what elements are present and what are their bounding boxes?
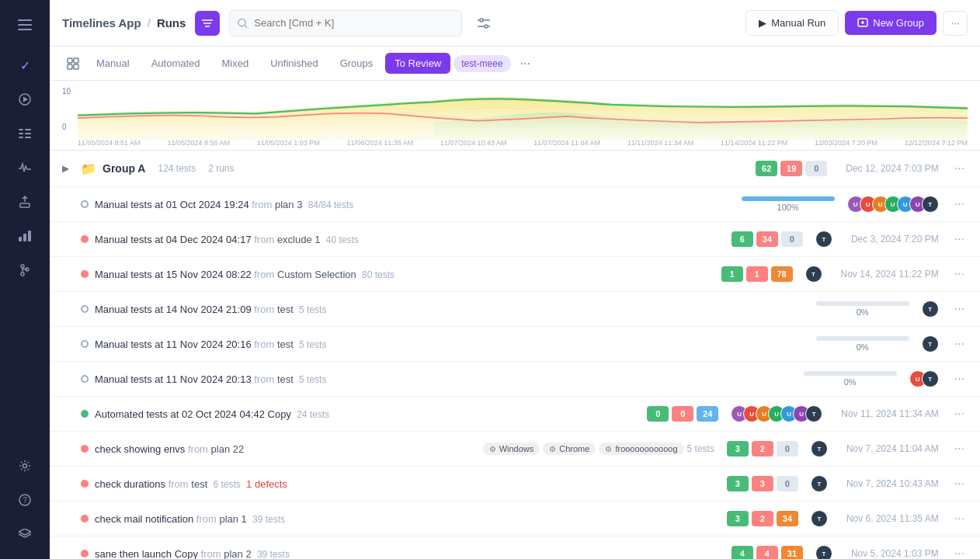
new-group-button[interactable]: New Group — [845, 11, 937, 35]
sidebar-activity-icon[interactable] — [9, 152, 40, 183]
filter-button[interactable] — [195, 11, 220, 36]
group-badges: 62 19 0 — [756, 161, 827, 176]
run-more-button[interactable]: ··· — [951, 194, 968, 214]
run-row[interactable]: Manual tests at 14 Nov 2024 21:09 from t… — [50, 292, 980, 327]
tab-to-review[interactable]: To Review — [385, 53, 450, 74]
expand-button[interactable]: ▶ — [62, 163, 75, 174]
chart-ts-8: 11/14/2024 11:22 PM — [721, 139, 787, 147]
svg-rect-12 — [19, 237, 22, 241]
avatar: T — [922, 335, 939, 352]
sidebar-play-icon[interactable] — [9, 84, 40, 115]
avatar: T — [922, 370, 939, 387]
sidebar-check-icon[interactable]: ✓ — [9, 50, 40, 81]
avatars: T — [805, 266, 822, 283]
header-more-button[interactable]: ··· — [943, 11, 968, 36]
svg-rect-11 — [20, 203, 30, 207]
sidebar-settings-icon[interactable] — [9, 450, 40, 481]
run-row[interactable]: Manual tests at 11 Nov 2024 20:13 from t… — [50, 362, 980, 397]
search-icon — [238, 18, 248, 29]
run-row[interactable]: sane then launch Copy from plan 2 39 tes… — [50, 536, 980, 559]
run-more-button[interactable]: ··· — [951, 509, 968, 529]
sidebar-list-icon[interactable] — [9, 118, 40, 149]
run-more-button[interactable]: ··· — [951, 229, 968, 249]
chart-svg — [78, 87, 968, 141]
svg-rect-2 — [18, 29, 32, 30]
run-row[interactable]: check mail notification from plan 1 39 t… — [50, 502, 980, 536]
status-icon — [81, 480, 89, 488]
sidebar-layers-icon[interactable] — [9, 519, 40, 550]
chart-ts-9: 12/03/2024 7:20 PM — [815, 139, 877, 147]
breadcrumb: Timelines App / Runs — [62, 16, 186, 30]
run-badges: 0 0 24 — [647, 406, 718, 422]
badge-red: 2 — [752, 511, 773, 526]
badge-green: 3 — [727, 476, 749, 491]
run-row[interactable]: Manual tests at 01 Oct 2024 19:24 from p… — [50, 187, 980, 222]
run-more-button[interactable]: ··· — [951, 334, 968, 354]
group-more-button[interactable]: ··· — [951, 158, 968, 179]
run-more-button[interactable]: ··· — [951, 264, 968, 284]
tab-test-meee[interactable]: test-meee — [454, 55, 510, 72]
manual-run-button[interactable]: ▶ Manual Run — [745, 10, 839, 36]
run-more-button[interactable]: ··· — [951, 474, 968, 494]
badge-red: 4 — [756, 546, 778, 559]
group-badge-green: 62 — [756, 161, 777, 176]
avatars: T — [811, 510, 828, 527]
run-more-button[interactable]: ··· — [951, 369, 968, 389]
badge-red: 1 — [746, 266, 768, 282]
sidebar-help-icon[interactable]: ? — [9, 484, 40, 516]
group-row[interactable]: ▶ 📁 Group A 124 tests 2 runs 62 19 0 Dec… — [50, 151, 980, 187]
tab-mixed[interactable]: Mixed — [213, 53, 259, 74]
chart-timestamps: 11/05/2024 8:51 AM 11/05/2024 8:56 AM 11… — [78, 139, 968, 147]
run-row[interactable]: check durations from test 6 tests 1 defe… — [50, 467, 980, 502]
chart-ts-7: 11/11/2024 11:34 AM — [627, 139, 694, 147]
tag-windows: ⚙Windows — [483, 443, 540, 455]
run-badges: 4 4 31 — [732, 546, 803, 559]
chart-ts-1: 11/05/2024 8:51 AM — [78, 139, 141, 147]
svg-rect-37 — [68, 64, 72, 69]
progress-bar: 100% — [742, 196, 835, 212]
app-name: Timelines App — [62, 16, 141, 30]
main-content: Timelines App / Runs ▶ Manual Run New Gr… — [50, 0, 980, 559]
run-row[interactable]: Manual tests at 11 Nov 2024 20:16 from t… — [50, 327, 980, 362]
tabs-bar: Manual Automated Mixed Unfinished Groups… — [50, 47, 980, 81]
run-row[interactable]: Manual tests at 15 Nov 2024 08:22 from C… — [50, 257, 980, 292]
run-more-button[interactable]: ··· — [951, 404, 968, 424]
sidebar-branch-icon[interactable] — [9, 255, 40, 286]
run-row[interactable]: Manual tests at 04 Dec 2024 04:17 from e… — [50, 222, 980, 257]
breadcrumb-separator: / — [148, 16, 151, 30]
run-name: check durations from test 6 tests 1 defe… — [95, 478, 721, 490]
progress-bar: 0% — [816, 336, 909, 352]
run-more-button[interactable]: ··· — [951, 439, 968, 459]
tabs-more-button[interactable]: ··· — [514, 54, 537, 74]
avatars: U U U U U U T — [847, 196, 939, 213]
run-more-button[interactable]: ··· — [951, 543, 968, 559]
tab-manual[interactable]: Manual — [87, 53, 139, 74]
sidebar-upload-icon[interactable] — [9, 186, 40, 217]
sidebar-menu-icon[interactable] — [9, 9, 40, 40]
manual-run-label: Manual Run — [771, 17, 825, 29]
chart-label-0: 0 — [62, 123, 67, 131]
tab-all-icon[interactable] — [62, 53, 84, 75]
avatars: U U U U U U T — [731, 405, 822, 422]
avatars: U T — [909, 370, 939, 387]
run-row[interactable]: check showing envs from plan 22 ⚙Windows… — [50, 432, 980, 467]
run-row[interactable]: Automated tests at 02 Oct 2024 04:42 Cop… — [50, 397, 980, 432]
sidebar-chart-icon[interactable] — [9, 220, 40, 252]
svg-rect-35 — [68, 58, 72, 63]
group-badge-red: 19 — [780, 161, 802, 176]
run-more-button[interactable]: ··· — [951, 299, 968, 319]
search-input[interactable] — [254, 17, 454, 29]
tab-automated[interactable]: Automated — [142, 53, 210, 74]
tab-unfinished[interactable]: Unfinished — [261, 53, 327, 74]
search-box[interactable] — [229, 10, 462, 36]
status-icon — [81, 375, 89, 383]
tab-groups[interactable]: Groups — [331, 53, 383, 74]
avatar: T — [811, 440, 828, 457]
avatar: T — [811, 510, 828, 527]
run-badges: 3 2 34 — [727, 511, 798, 526]
group-runs-count: 2 runs — [208, 163, 234, 174]
run-name: sane then launch Copy from plan 2 39 tes… — [95, 548, 725, 560]
chart-label-10: 10 — [62, 87, 71, 95]
adjust-icon[interactable] — [471, 11, 496, 36]
chart-ts-4: 11/06/2024 11:35 AM — [347, 139, 414, 147]
